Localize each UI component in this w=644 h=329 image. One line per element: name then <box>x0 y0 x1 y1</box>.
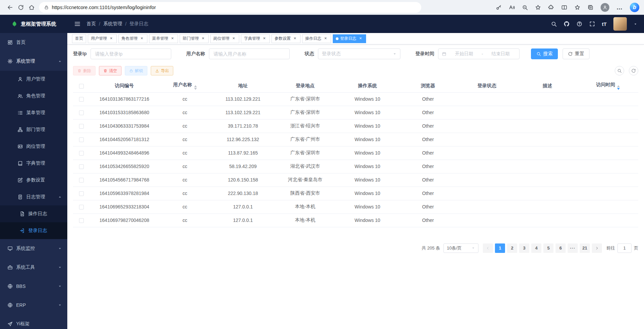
row-checkbox[interactable] <box>79 97 84 102</box>
sidebar-toggle-button[interactable] <box>74 21 81 27</box>
sort-icon[interactable] <box>617 85 620 90</box>
sidebar-item-menu-mgmt[interactable]: 菜单管理 <box>0 104 67 121</box>
tab-close-icon[interactable]: × <box>170 36 175 41</box>
tab-close-icon[interactable]: × <box>201 36 206 41</box>
next-page-button[interactable] <box>592 243 602 253</box>
clear-button[interactable]: 清空 <box>99 66 121 75</box>
more-pages-button[interactable]: ··· <box>568 243 578 253</box>
tab-login-log[interactable]: 登录日志× <box>333 34 366 43</box>
sidebar-item-system-monitor[interactable]: 系统监控 <box>0 239 67 258</box>
browser-back-button[interactable] <box>5 2 15 13</box>
user-name-input[interactable] <box>209 48 290 59</box>
page-button-6[interactable]: 6 <box>556 243 566 253</box>
row-checkbox[interactable] <box>79 137 84 142</box>
password-key-icon[interactable] <box>496 4 502 10</box>
tab-menu-mgmt[interactable]: 菜单管理× <box>149 34 178 43</box>
sidebar-item-role-mgmt[interactable]: 角色管理 <box>0 88 67 104</box>
split-screen-icon[interactable] <box>561 4 567 10</box>
page-button-5[interactable]: 5 <box>543 243 553 253</box>
breadcrumb-item-1[interactable]: 首页 <box>86 21 96 27</box>
delete-button[interactable]: 删除 <box>73 66 96 75</box>
breadcrumb-item-2[interactable]: 系统管理 <box>103 21 122 27</box>
address-bar[interactable]: https://ccnetcore.com:1101/system/log/lo… <box>39 2 421 13</box>
page-button-21[interactable]: 21 <box>580 243 590 253</box>
column-header-user-name[interactable]: 用户名称 <box>159 79 211 92</box>
browser-more-button[interactable]: … <box>616 4 623 10</box>
extensions-icon[interactable] <box>548 4 554 10</box>
status-select[interactable]: 登录状态 <box>318 48 400 59</box>
sidebar-item-yi-framework[interactable]: Yi框架 <box>0 315 67 329</box>
tab-close-icon[interactable]: × <box>139 36 144 41</box>
row-checkbox[interactable] <box>79 110 84 115</box>
tab-close-icon[interactable]: × <box>109 36 114 41</box>
chevron-down-icon[interactable] <box>634 22 637 26</box>
zoom-icon[interactable] <box>522 4 528 10</box>
export-button[interactable]: 导出 <box>151 66 173 75</box>
page-size-select[interactable]: 10条/页 <box>443 243 478 253</box>
search-button[interactable]: 搜索 <box>531 48 558 59</box>
sidebar-item-param-settings[interactable]: 参数设置 <box>0 172 67 189</box>
sidebar-item-system-tools[interactable]: 系统工具 <box>0 258 67 277</box>
sidebar-item-log-mgmt[interactable]: 日志管理 <box>0 189 67 205</box>
github-link-button[interactable] <box>564 21 570 27</box>
sidebar-item-bbs[interactable]: BBS <box>0 277 67 296</box>
tab-close-icon[interactable]: × <box>262 36 267 41</box>
sidebar-item-dept-mgmt[interactable]: 部门管理 <box>0 121 67 138</box>
prev-page-button[interactable] <box>483 243 493 253</box>
tab-home[interactable]: 首页 <box>72 34 86 43</box>
page-button-1[interactable]: 1 <box>495 243 505 253</box>
show-search-button[interactable] <box>615 66 624 75</box>
sidebar-item-login-log[interactable]: 登录日志 <box>0 222 67 239</box>
sidebar-item-system-mgmt[interactable]: 系统管理 <box>0 52 67 71</box>
tab-post-mgmt[interactable]: 岗位管理× <box>210 34 239 43</box>
tab-param-settings[interactable]: 参数设置× <box>272 34 300 43</box>
tab-close-icon[interactable]: × <box>292 36 297 41</box>
tab-close-icon[interactable]: × <box>231 36 236 41</box>
select-all-checkbox[interactable] <box>79 84 84 89</box>
row-checkbox[interactable] <box>79 191 84 196</box>
page-button-2[interactable]: 2 <box>507 243 517 253</box>
sidebar-item-operation-log[interactable]: 操作日志 <box>0 205 67 222</box>
sidebar-item-post-mgmt[interactable]: 岗位管理 <box>0 138 67 155</box>
fullscreen-button[interactable] <box>589 21 595 27</box>
unlock-button[interactable]: 解锁 <box>125 66 147 75</box>
row-checkbox[interactable] <box>79 218 84 223</box>
column-header-access-time[interactable]: 访问时间 <box>578 79 638 92</box>
row-checkbox[interactable] <box>79 124 84 129</box>
login-ip-input[interactable] <box>91 48 171 59</box>
favorites-add-icon[interactable] <box>535 4 541 10</box>
row-checkbox[interactable] <box>79 205 84 209</box>
favorites-icon[interactable] <box>574 4 580 10</box>
sort-icon[interactable] <box>194 85 197 90</box>
user-avatar[interactable] <box>613 17 627 31</box>
header-search-button[interactable] <box>551 21 557 27</box>
sidebar-item-home[interactable]: 首页 <box>0 33 67 52</box>
login-time-range-picker[interactable]: 开始日期 - 结束日期 <box>438 48 520 59</box>
bing-copilot-icon[interactable]: b <box>630 3 639 12</box>
tab-user-mgmt[interactable]: 用户管理× <box>88 34 117 43</box>
browser-home-button[interactable] <box>26 2 37 13</box>
sidebar-item-dict-mgmt[interactable]: 字典管理 <box>0 155 67 172</box>
read-aloud-icon[interactable] <box>509 4 515 10</box>
row-checkbox[interactable] <box>79 151 84 156</box>
text-size-button[interactable]: tT <box>602 21 607 27</box>
help-button[interactable] <box>576 21 582 27</box>
sidebar-item-erp[interactable]: ERP <box>0 296 67 315</box>
tab-close-icon[interactable]: × <box>358 36 363 41</box>
tab-dict-mgmt[interactable]: 字典管理× <box>241 34 270 43</box>
tab-close-icon[interactable]: × <box>323 36 328 41</box>
browser-profile-avatar[interactable] <box>601 3 609 12</box>
browser-refresh-button[interactable] <box>15 2 26 13</box>
tab-operation-log[interactable]: 操作日志× <box>302 34 331 43</box>
goto-page-input[interactable] <box>617 243 632 253</box>
refresh-table-button[interactable] <box>629 66 638 75</box>
tab-role-mgmt[interactable]: 角色管理× <box>118 34 147 43</box>
page-button-3[interactable]: 3 <box>519 243 529 253</box>
sidebar-item-user-mgmt[interactable]: 用户管理 <box>0 71 67 88</box>
row-checkbox[interactable] <box>79 164 84 169</box>
tab-dept-mgmt[interactable]: 部门管理× <box>180 34 209 43</box>
reset-button[interactable]: 重置 <box>563 48 589 59</box>
row-checkbox[interactable] <box>79 178 84 183</box>
page-button-4[interactable]: 4 <box>531 243 541 253</box>
collections-icon[interactable] <box>587 4 594 10</box>
